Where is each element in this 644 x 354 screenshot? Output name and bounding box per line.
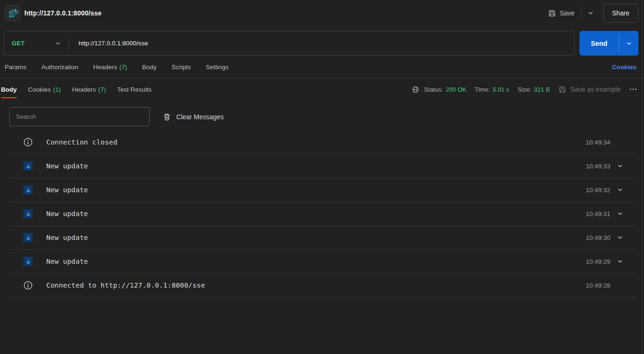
save-button[interactable]: Save — [543, 7, 579, 20]
save-options-button[interactable] — [584, 7, 598, 19]
message-text: New update — [46, 234, 586, 241]
arrow-down-icon — [23, 209, 33, 218]
tab-params[interactable]: Params — [5, 64, 27, 71]
chevron-down-icon[interactable] — [617, 210, 623, 217]
status-field: Status: 200 OK — [424, 86, 467, 93]
message-type-icon — [23, 185, 33, 195]
send-button-label[interactable]: Send — [579, 31, 619, 56]
tab-body[interactable]: Body — [142, 64, 157, 71]
message-time: 10:49:33 — [586, 163, 610, 170]
chevron-down-icon[interactable] — [617, 187, 623, 193]
message-time: 10:49:32 — [586, 187, 610, 194]
messages-toolbar: Clear Messages — [9, 107, 635, 126]
message-row[interactable]: New update 10:49:31 — [9, 202, 635, 226]
message-time: 10:49:30 — [586, 234, 610, 241]
trash-icon — [163, 113, 171, 121]
save-icon — [558, 86, 566, 94]
time-label: Time: — [475, 86, 490, 93]
message-row[interactable]: New update 10:49:33 — [9, 154, 635, 178]
message-time: 10:49:31 — [586, 210, 610, 217]
message-type-icon — [23, 257, 33, 266]
chevron-down-icon — [55, 40, 61, 47]
message-text: New update — [46, 258, 586, 265]
tab-authorization[interactable]: Authorization — [42, 64, 79, 71]
method-label: GET — [12, 40, 25, 47]
method-select[interactable]: GET — [4, 31, 69, 55]
send-button[interactable]: Send — [579, 31, 638, 56]
response-tabs: Body Cookies (1) Headers (7) Test Result… — [1, 79, 152, 100]
message-row[interactable]: New update 10:49:32 — [9, 178, 635, 202]
message-text: New update — [46, 186, 586, 194]
info-icon — [23, 280, 33, 290]
arrow-down-icon — [23, 233, 33, 242]
size-label: Size: — [518, 86, 531, 93]
url-bar: GET http://127.0.0.1:8000/sse — [4, 31, 575, 56]
tab-response-body[interactable]: Body — [1, 79, 17, 100]
message-time: 10:49:29 — [586, 258, 610, 265]
chevron-down-icon[interactable] — [617, 234, 623, 241]
message-text: Connection closed — [46, 138, 586, 146]
arrow-down-icon — [23, 161, 33, 171]
share-button[interactable]: Share — [603, 4, 638, 22]
save-button-label: Save — [560, 9, 575, 17]
message-row[interactable]: New update 10:49:30 — [9, 226, 635, 250]
tab-test-results[interactable]: Test Results — [117, 79, 152, 100]
message-time: 10:49:34 — [586, 139, 610, 146]
chevron-down-icon — [587, 10, 594, 16]
request-bar: GET http://127.0.0.1:8000/sse Send — [4, 31, 638, 56]
tab-settings[interactable]: Settings — [206, 64, 229, 71]
response-header: Body Cookies (1) Headers (7) Test Result… — [0, 78, 644, 100]
tab-response-cookies[interactable]: Cookies (1) — [28, 79, 61, 100]
tab-response-headers[interactable]: Headers (7) — [72, 79, 106, 100]
message-type-icon — [23, 161, 33, 171]
message-row: Connection closed 10:49:34 — [9, 130, 635, 154]
response-status-bar: Status: 200 OK Time: 5.01 s Size: 321 B — [412, 86, 637, 94]
chevron-down-icon[interactable] — [617, 258, 623, 265]
message-type-icon — [23, 137, 33, 147]
tab-scripts[interactable]: Scripts — [172, 64, 191, 71]
tab-headers[interactable]: Headers (7) — [93, 64, 127, 71]
request-title-group: HTTP http://127.0.0.1:8000/sse — [5, 5, 101, 21]
message-list: Connection closed 10:49:34 New update — [9, 130, 635, 297]
url-input[interactable]: http://127.0.0.1:8000/sse — [69, 40, 574, 47]
size-field: Size: 321 B — [518, 86, 550, 93]
message-type-icon — [23, 280, 33, 290]
more-actions-button[interactable] — [629, 87, 637, 91]
globe-icon[interactable] — [412, 86, 420, 94]
status-value: 200 OK — [446, 86, 466, 93]
http-request-icon: HTTP — [5, 5, 21, 21]
chevron-down-icon — [626, 40, 632, 47]
save-as-example-label: Save as example — [571, 86, 621, 93]
clear-messages-label: Clear Messages — [176, 113, 224, 121]
scroll-edge-divider — [642, 0, 642, 354]
request-tabs: Params Authorization Headers (7) Body Sc… — [0, 56, 644, 78]
size-value: 321 B — [534, 86, 550, 93]
chevron-down-icon[interactable] — [617, 163, 623, 169]
message-row[interactable]: New update 10:49:29 — [9, 250, 635, 274]
clear-messages-button[interactable]: Clear Messages — [160, 112, 226, 122]
time-value: 5.01 s — [492, 86, 509, 93]
message-time: 10:49:28 — [586, 282, 610, 289]
cookies-link[interactable]: Cookies — [612, 64, 637, 71]
message-text: New update — [46, 162, 586, 170]
svg-text:HTTP: HTTP — [9, 10, 18, 15]
page-title: http://127.0.0.1:8000/sse — [24, 9, 101, 17]
status-label: Status: — [424, 86, 443, 93]
headers-count-badge: (7) — [98, 86, 106, 93]
search-input[interactable] — [9, 107, 150, 126]
cookies-count-badge: (1) — [53, 86, 61, 93]
arrow-down-icon — [23, 185, 33, 195]
time-field: Time: 5.01 s — [475, 86, 509, 93]
message-row: Connected to http://127.0.0.1:8000/sse 1… — [9, 274, 635, 297]
save-icon — [548, 9, 556, 17]
message-type-icon — [23, 233, 33, 242]
divider — [581, 7, 582, 19]
headers-count-badge: (7) — [119, 64, 127, 71]
message-type-icon — [23, 209, 33, 218]
save-as-example-button[interactable]: Save as example — [558, 86, 621, 94]
header: HTTP http://127.0.0.1:8000/sse Save — [0, 0, 644, 26]
message-text: New update — [46, 210, 586, 217]
app-window: HTTP http://127.0.0.1:8000/sse Save — [0, 0, 644, 354]
send-options-button[interactable] — [619, 31, 638, 56]
info-icon — [23, 137, 33, 147]
